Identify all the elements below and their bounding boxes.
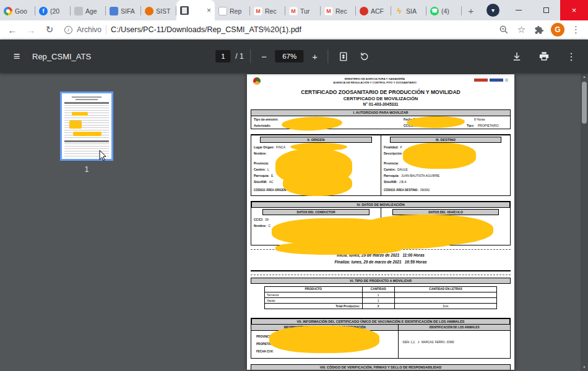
thumbnail-page-label: 1 [85, 165, 89, 174]
close-button[interactable]: × [560, 0, 588, 20]
field-label: CC/CI: [254, 218, 263, 221]
tab-label: ACF [371, 7, 387, 15]
table-header-cell: PRODUCTO [265, 287, 363, 292]
field-label: CÓDIGO ÁREA DESTINO: [384, 189, 418, 192]
tab-current-pdf[interactable]: × [176, 0, 215, 20]
thumb-redaction-mark [72, 112, 88, 116]
tab-label: Age [85, 7, 102, 15]
pdf-main-area: MINISTERIO DE AGRICULTURA Y GANADERÍA AG… [173, 73, 588, 371]
field-value: L [267, 168, 269, 171]
minimize-button[interactable] [504, 0, 532, 20]
print-button[interactable] [536, 51, 552, 62]
tab-rec-1[interactable]: M Rec [250, 2, 285, 20]
browser-window: Goo f (20 Age SIFA SIST × Rep M Rec [0, 0, 588, 371]
solid-divider [251, 270, 511, 271]
page-total-label: / 1 [235, 52, 243, 61]
tab-close-icon[interactable]: × [207, 7, 211, 14]
zoom-level-input[interactable]: 67% [275, 50, 304, 62]
tab-search-button[interactable]: ▾ [486, 4, 499, 17]
field-label: Parroquia: [254, 174, 269, 177]
zoom-out-button[interactable]: − [258, 51, 270, 62]
scrollbar-thumb[interactable] [582, 82, 587, 124]
rotate-button[interactable] [357, 51, 373, 62]
fit-page-button[interactable] [335, 51, 352, 62]
tab-age[interactable]: Age [71, 2, 106, 20]
tab-label: (20 [50, 7, 67, 15]
tab-tur[interactable]: M Tur [285, 2, 321, 20]
field-value: 09 [265, 218, 269, 221]
tab-rep[interactable]: Rep [215, 2, 250, 20]
section1-header: I. AUTORIZADO PARA MOVILIZAR [251, 110, 510, 116]
page-number-input[interactable]: 1 [215, 50, 230, 62]
rotate-icon [359, 51, 370, 62]
tab-sist[interactable]: SIST [141, 2, 176, 20]
download-button[interactable] [509, 51, 525, 62]
conductor-header: DATOS DEL CONDUCTOR [262, 209, 370, 215]
field-value: FINCA [276, 145, 285, 149]
new-tab-button[interactable]: + [463, 2, 479, 19]
section7-header: VII. INFORMACIÓN DEL CERTIFICADO ÚNICO D… [251, 318, 510, 325]
fit-page-icon [338, 51, 348, 62]
tab-acf[interactable]: ACF [356, 2, 391, 20]
field-label: Nombre: [254, 224, 267, 228]
pdf-icon [180, 6, 189, 15]
field-label: Provincia: [254, 161, 269, 165]
ministry-lines: MINISTERIO DE AGRICULTURA Y GANADERÍA AG… [275, 77, 474, 84]
certificate-header: MINISTERIO DE AGRICULTURA Y GANADERÍA AG… [253, 77, 508, 87]
scroll-down-icon[interactable]: ▼ [581, 364, 588, 371]
browser-menu-button[interactable]: ⋮ [568, 22, 584, 38]
field-label: Cantón: [384, 168, 396, 171]
tab-rec-2[interactable]: M Rec [321, 2, 356, 20]
tab-label: (4) [441, 7, 458, 15]
app-orange-icon [145, 7, 153, 15]
tab-sia[interactable]: ϟ SIA [391, 2, 426, 20]
gmail-icon: M [324, 7, 333, 15]
omnibox[interactable]: i Archivo C:/Users/PC-11/Downloads/Rep_C… [59, 22, 494, 38]
pdf-more-button[interactable]: ⋮ [563, 51, 579, 62]
field-label: Descripción: [384, 151, 402, 155]
reload-button[interactable]: ↻ [41, 21, 58, 38]
vertical-scrollbar[interactable]: ▲ ▼ [581, 73, 588, 371]
forward-button[interactable]: → [22, 21, 40, 38]
extensions-button[interactable] [531, 22, 548, 38]
tab-facebook[interactable]: f (20 [35, 2, 71, 20]
productos-table: PRODUCTO CANTIDAD CANTIDAD EN LETRAS Ter… [264, 286, 497, 309]
tab-label: SIA [406, 7, 423, 15]
table-cell [395, 292, 497, 298]
pdf-right-controls: ⋮ [509, 51, 579, 62]
maximize-button[interactable] [532, 0, 560, 20]
table-cell: Total Productos: [265, 304, 363, 309]
app-red-icon [360, 7, 368, 15]
back-button[interactable]: ← [4, 21, 21, 38]
animal-identification: IDEN: 1,2, J- MARCAS: FERRO: JOMD [399, 331, 510, 358]
table-total-row: Total Productos: 2 Dos [265, 304, 497, 309]
field-value: F [400, 145, 402, 149]
redaction-mark [403, 143, 476, 169]
tab-sifa[interactable]: SIFA [106, 2, 141, 20]
toolbar-divider [251, 49, 251, 63]
download-icon [511, 51, 522, 62]
pdf-menu-button[interactable]: ≡ [9, 50, 25, 63]
field-value: JUAN BAUTISTA AGUIRRE [401, 174, 439, 177]
scroll-up-icon[interactable]: ▲ [581, 73, 588, 80]
redaction-mark [283, 171, 352, 196]
zoom-in-button[interactable]: + [309, 51, 321, 62]
tab-whatsapp[interactable]: ☎ (4) [426, 2, 462, 20]
gray-square [505, 79, 508, 82]
puzzle-icon [535, 25, 544, 35]
url-text: C:/Users/PC-11/Downloads/Rep_CSMI_ATS%20… [111, 25, 301, 34]
profile-avatar[interactable]: G [551, 23, 564, 36]
thumb-redaction-mark [73, 132, 102, 136]
thumbnail-sidebar: 1 [0, 73, 173, 371]
field-label: Parroquia: [384, 174, 399, 177]
pdf-page: MINISTERIO DE AGRICULTURA Y GANADERÍA AG… [247, 74, 514, 370]
address-bar: ← → ↻ i Archivo C:/Users/PC-11/Downloads… [0, 20, 588, 40]
url-scheme-label: Archivo [77, 25, 102, 34]
bookmark-button[interactable]: ☆ [513, 22, 530, 38]
print-icon [538, 51, 550, 62]
zoom-indicator-button[interactable] [495, 22, 512, 38]
tab-google[interactable]: Goo [0, 2, 35, 20]
tab-label: SIST [156, 7, 173, 15]
logo-emblem [253, 77, 261, 85]
field-value: J.B.A [399, 180, 407, 184]
